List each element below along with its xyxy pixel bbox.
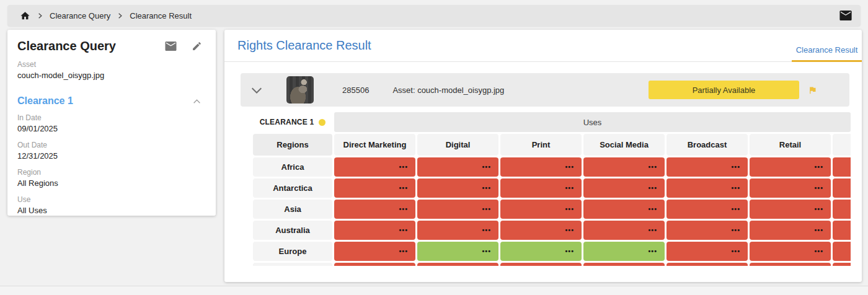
clearance-cell-unavailable[interactable]: ••• — [417, 178, 498, 198]
chevron-right-icon — [117, 12, 123, 19]
clearance-grid: Regions Direct MarketingDigitalPrintSoci… — [253, 134, 851, 266]
asset-result-row: 285506 Asset: couch-model_oisygp.jpg Par… — [241, 73, 849, 107]
region-value: All Regions — [17, 178, 206, 188]
cell-menu-icon: ••• — [731, 185, 740, 192]
chevron-down-icon[interactable] — [250, 86, 263, 94]
clearance-cell-available[interactable]: ••• — [417, 242, 498, 261]
cell-menu-icon: ••• — [482, 185, 491, 192]
clearance-cell-unavailable[interactable]: ••• — [583, 178, 665, 198]
clearance-cell-unavailable[interactable]: ••• — [750, 178, 831, 198]
asset-value: couch-model_oisygp.jpg — [17, 71, 206, 81]
clearance-cell-unavailable[interactable]: ••• — [750, 263, 831, 266]
cell-menu-icon: ••• — [399, 164, 408, 170]
breadcrumb-item-clearance-result: Clearance Result — [130, 11, 192, 20]
cell-menu-icon: ••• — [565, 206, 574, 213]
flag-icon[interactable] — [808, 85, 817, 95]
cell-menu-icon: ••• — [814, 206, 823, 213]
cell-menu-icon: ••• — [482, 248, 491, 255]
clearance-cell-available[interactable]: ••• — [583, 242, 665, 261]
clearance-cell-available[interactable]: ••• — [500, 242, 582, 261]
clearance-cell-unavailable[interactable]: ••• — [833, 242, 851, 261]
in-date-label: In Date — [17, 113, 206, 123]
chevron-up-icon[interactable] — [193, 99, 201, 104]
region-label: Antarctica — [253, 178, 332, 198]
clearance-cell-unavailable[interactable]: ••• — [666, 200, 748, 219]
cell-menu-icon: ••• — [399, 248, 408, 255]
rights-clearance-result-panel: Rights Clearance Result Clearance Result… — [224, 30, 862, 282]
cell-menu-icon: ••• — [731, 164, 740, 170]
asset-thumbnail[interactable] — [286, 76, 314, 103]
cell-menu-icon: ••• — [565, 248, 574, 255]
region-label: Europe — [253, 242, 332, 261]
use-column-header: Digital — [417, 134, 498, 156]
cell-menu-icon: ••• — [565, 164, 574, 170]
clearance-cell-unavailable[interactable]: ••• — [833, 178, 851, 198]
clearance-cell-unavailable[interactable]: ••• — [750, 200, 831, 219]
breadcrumb-item-clearance-query[interactable]: Clearance Query — [50, 11, 110, 20]
clearance-cell-unavailable[interactable]: ••• — [583, 263, 665, 266]
cell-menu-icon: ••• — [814, 164, 823, 170]
region-label: Africa — [253, 157, 332, 177]
cell-menu-icon: ••• — [565, 227, 574, 234]
chevron-right-icon — [37, 12, 43, 19]
clearance-cell-unavailable[interactable]: ••• — [334, 221, 415, 240]
mail-icon[interactable] — [839, 11, 852, 20]
clearance-query-panel: Clearance Query Asset couch-model_oisygp… — [7, 30, 216, 216]
out-date-value: 12/31/2025 — [17, 151, 206, 161]
clearance-cell-unavailable[interactable]: ••• — [417, 200, 498, 219]
clearance-cell-unavailable[interactable]: ••• — [833, 157, 851, 177]
clearance-cell-unavailable[interactable]: ••• — [417, 263, 498, 266]
clearance-cell-unavailable[interactable]: ••• — [334, 263, 415, 266]
clearance-cell-unavailable[interactable]: ••• — [833, 200, 851, 219]
in-date-value: 09/01/2025 — [17, 124, 206, 134]
clearance-cell-unavailable[interactable]: ••• — [833, 221, 851, 240]
clearance-cell-unavailable[interactable]: ••• — [750, 242, 831, 261]
use-label: Use — [17, 195, 206, 205]
clearance-cell-unavailable[interactable]: ••• — [666, 263, 748, 266]
use-column-header: Print — [500, 134, 582, 156]
asset-label: Asset — [17, 60, 206, 69]
cell-menu-icon: ••• — [648, 185, 657, 192]
clearance-cell-unavailable[interactable]: ••• — [500, 263, 582, 266]
use-column-header: Retail — [750, 134, 831, 156]
clearance-cell-unavailable[interactable]: ••• — [500, 157, 582, 177]
region-label: Australia — [253, 221, 332, 240]
asset-filename: Asset: couch-model_oisygp.jpg — [392, 86, 504, 95]
region-label — [253, 263, 332, 266]
clearance-cell-unavailable[interactable]: ••• — [334, 242, 415, 261]
clearance-cell-unavailable[interactable]: ••• — [833, 263, 851, 266]
cell-menu-icon: ••• — [648, 206, 657, 213]
result-header: Rights Clearance Result Clearance Result — [224, 30, 862, 62]
clearance-cell-unavailable[interactable]: ••• — [334, 157, 415, 177]
mail-icon[interactable] — [165, 41, 177, 51]
clearance-cell-unavailable[interactable]: ••• — [334, 178, 415, 198]
clearance-cell-unavailable[interactable]: ••• — [500, 200, 582, 219]
cell-menu-icon: ••• — [648, 248, 657, 255]
cell-menu-icon: ••• — [731, 206, 740, 213]
clearance-cell-unavailable[interactable]: ••• — [666, 242, 748, 261]
home-icon[interactable] — [20, 11, 30, 21]
clearance-cell-unavailable[interactable]: ••• — [666, 178, 748, 198]
use-column-header: Direct Marketing — [334, 134, 415, 156]
clearance-cell-unavailable[interactable]: ••• — [583, 200, 665, 219]
use-column-header: Social Media — [583, 134, 665, 156]
edit-pencil-icon[interactable] — [192, 41, 202, 51]
clearance-cell-unavailable[interactable]: ••• — [500, 178, 582, 198]
clearance-cell-unavailable[interactable]: ••• — [666, 221, 748, 240]
clearance-cell-unavailable[interactable]: ••• — [750, 221, 831, 240]
page-title: Rights Clearance Result — [237, 38, 371, 53]
clearance-cell-unavailable[interactable]: ••• — [750, 157, 831, 177]
cell-menu-icon: ••• — [814, 248, 823, 255]
clearance-cell-unavailable[interactable]: ••• — [666, 157, 748, 177]
tab-clearance-result[interactable]: Clearance Result — [792, 37, 862, 62]
uses-header: Uses — [334, 112, 851, 132]
clearance-cell-unavailable[interactable]: ••• — [417, 221, 498, 240]
cell-menu-icon: ••• — [482, 206, 491, 213]
clearance-cell-unavailable[interactable]: ••• — [583, 221, 665, 240]
clearance-cell-unavailable[interactable]: ••• — [417, 157, 498, 177]
clearance-cell-unavailable[interactable]: ••• — [334, 200, 415, 219]
clearance-cell-unavailable[interactable]: ••• — [500, 221, 582, 240]
clearance-cell-unavailable[interactable]: ••• — [583, 157, 665, 177]
cell-menu-icon: ••• — [648, 227, 657, 234]
cell-menu-icon: ••• — [814, 185, 823, 192]
